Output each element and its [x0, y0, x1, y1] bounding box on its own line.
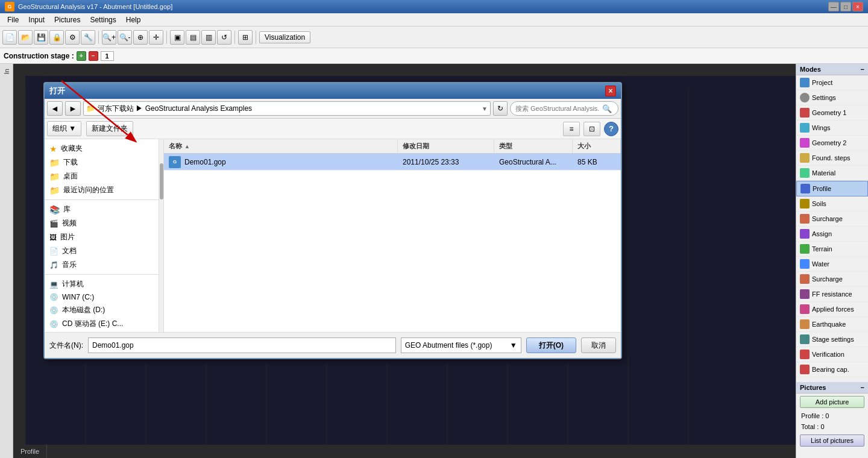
menu-file[interactable]: File — [2, 14, 24, 25]
tree-item-pictures[interactable]: 🖼 图片 — [45, 230, 159, 244]
view-button2[interactable]: ⊡ — [583, 122, 600, 136]
file-row[interactable]: G Demo01.gop 2011/10/25 23:33 GeoStructu… — [164, 154, 621, 171]
menu-pictures[interactable]: Pictures — [49, 14, 85, 25]
modes-item-ff-resistance[interactable]: FF resistance — [796, 287, 868, 302]
organize-button[interactable]: 组织 ▼ — [47, 121, 81, 136]
menu-settings[interactable]: Settings — [85, 14, 121, 25]
menu-input[interactable]: Input — [24, 14, 49, 25]
modes-collapse-icon[interactable]: − — [861, 66, 864, 73]
modes-item-surcharge[interactable]: Surcharge — [796, 212, 868, 227]
soils-icon — [800, 199, 810, 209]
modes-item-verification[interactable]: Verification — [796, 347, 868, 362]
modes-item-profile[interactable]: Profile — [796, 181, 868, 196]
right-panel: Modes − Project Settings Geometry 1 Wing… — [796, 64, 868, 458]
new-folder-button[interactable]: 新建文件夹 — [86, 121, 133, 136]
col-header-date[interactable]: 修改日期 — [398, 139, 494, 153]
stage-remove-button[interactable]: − — [89, 51, 98, 61]
modes-item-soils-label: Soils — [812, 200, 826, 207]
wings-icon — [800, 123, 810, 133]
tree-item-download[interactable]: 📁 下载 — [45, 155, 159, 169]
toolbar-zoom-in[interactable]: 🔍+ — [102, 30, 116, 45]
modes-item-settings[interactable]: Settings — [796, 90, 868, 105]
modes-item-found-steps[interactable]: Found. steps — [796, 151, 868, 166]
toolbar-open[interactable]: 📂 — [18, 30, 33, 45]
modes-item-project[interactable]: Project — [796, 75, 868, 90]
modes-item-geometry2[interactable]: Geometry 2 — [796, 136, 868, 151]
view-button[interactable]: ≡ — [563, 122, 580, 136]
filetype-dropdown[interactable]: GEO Abutment files (*.gop) ▼ — [401, 337, 521, 353]
tree-item-music[interactable]: 🎵 音乐 — [45, 258, 159, 272]
col-size-label: 大小 — [577, 142, 591, 151]
tree-item-recent[interactable]: 📁 最近访问的位置 — [45, 183, 159, 197]
modes-item-soils[interactable]: Soils — [796, 196, 868, 212]
close-button[interactable]: × — [852, 2, 863, 11]
maximize-button[interactable]: □ — [840, 2, 851, 11]
toolbar-new[interactable]: 📄 — [2, 30, 17, 45]
col-name-sort: ▲ — [184, 143, 190, 149]
profile-icon — [800, 184, 810, 193]
toolbar-pan[interactable]: ✛ — [149, 30, 163, 45]
modes-item-stage-settings[interactable]: Stage settings — [796, 332, 868, 347]
toolbar-view1[interactable]: ▣ — [170, 30, 184, 45]
nav-back-button[interactable]: ◄ — [47, 101, 63, 116]
filetype-arrow: ▼ — [510, 341, 517, 350]
toolbar-btn5[interactable]: ⚙ — [65, 30, 80, 45]
search-input[interactable] — [515, 105, 600, 112]
file-cell-name: G Demo01.gop — [164, 156, 398, 168]
modes-item-bearing-cap[interactable]: Bearing cap. — [796, 362, 868, 377]
col-header-size[interactable]: 大小 — [573, 139, 621, 153]
toolbar-zoom-fit[interactable]: ⊕ — [133, 30, 148, 45]
tree-scrollbar[interactable] — [159, 139, 164, 332]
modes-item-terrain[interactable]: Terrain — [796, 242, 868, 257]
col-header-type[interactable]: 类型 — [494, 139, 573, 153]
left-panel-tab[interactable]: In — [2, 66, 11, 77]
stage-add-button[interactable]: + — [77, 51, 86, 61]
tree-item-video[interactable]: 🎬 视频 — [45, 216, 159, 230]
modes-item-water[interactable]: Water — [796, 257, 868, 272]
toolbar-zoom-out[interactable]: 🔍- — [118, 30, 132, 45]
cancel-button[interactable]: 取消 — [581, 337, 616, 353]
tree-d-drive-label: 本地磁盘 (D:) — [62, 305, 105, 315]
help-button[interactable]: ? — [604, 122, 618, 136]
filename-input[interactable] — [88, 337, 396, 353]
tree-item-e-drive[interactable]: 💿 CD 驱动器 (E:) C... — [45, 317, 159, 331]
toolbar-visualization[interactable]: Visualization — [259, 31, 310, 43]
nav-path-container[interactable]: 📁 河东下载站 ▶ GeoStructural Analysis Example… — [83, 101, 491, 116]
modes-item-material[interactable]: Material — [796, 166, 868, 181]
open-button[interactable]: 打开(O) — [526, 337, 576, 353]
modes-item-applied-forces[interactable]: Applied forces — [796, 302, 868, 317]
menu-help[interactable]: Help — [121, 14, 146, 25]
modes-item-earthquake[interactable]: Earthquake — [796, 317, 868, 332]
tree-scrollbar-thumb[interactable] — [160, 163, 163, 199]
pictures-collapse-icon[interactable]: − — [861, 384, 864, 391]
toolbar-btn4[interactable]: 🔒 — [49, 30, 64, 45]
toolbar-save[interactable]: 💾 — [34, 30, 48, 45]
modes-item-geometry1[interactable]: Geometry 1 — [796, 105, 868, 121]
col-type-label: 类型 — [499, 142, 512, 151]
toolbar-rotate[interactable]: ↺ — [217, 30, 231, 45]
modes-item-surcharge2[interactable]: Surcharge — [796, 272, 868, 287]
tree-item-documents[interactable]: 📄 文档 — [45, 244, 159, 258]
toolbar-btn6[interactable]: 🔧 — [81, 30, 95, 45]
minimize-button[interactable]: — — [828, 2, 839, 11]
toolbar-view2[interactable]: ▤ — [186, 30, 200, 45]
drive-c-icon: 💿 — [49, 293, 58, 301]
tree-item-d-drive[interactable]: 💿 本地磁盘 (D:) — [45, 303, 159, 317]
verification-icon — [800, 350, 810, 359]
col-header-name[interactable]: 名称 ▲ — [164, 139, 398, 153]
modes-item-wings[interactable]: Wings — [796, 121, 868, 136]
nav-refresh-button[interactable]: ↻ — [493, 101, 508, 116]
list-pictures-button[interactable]: List of pictures — [800, 434, 864, 447]
nav-forward-button[interactable]: ► — [65, 101, 81, 116]
add-picture-button[interactable]: Add picture — [800, 396, 864, 408]
toolbar-grid[interactable]: ⊞ — [238, 30, 253, 45]
dialog-toolbar: 组织 ▼ 新建文件夹 ≡ ⊡ ? — [45, 119, 621, 139]
libraries-label: 库 — [63, 204, 71, 215]
tree-item-c-drive[interactable]: 💿 WIN7 (C:) — [45, 291, 159, 303]
modes-item-assign[interactable]: Assign — [796, 227, 868, 242]
tree-item-desktop[interactable]: 📁 桌面 — [45, 169, 159, 183]
tree-pictures-label: 图片 — [60, 232, 75, 242]
toolbar-view3[interactable]: ▥ — [201, 30, 216, 45]
dialog-close-button[interactable]: × — [605, 86, 616, 96]
nav-path-dropdown[interactable]: ▼ — [482, 105, 488, 112]
